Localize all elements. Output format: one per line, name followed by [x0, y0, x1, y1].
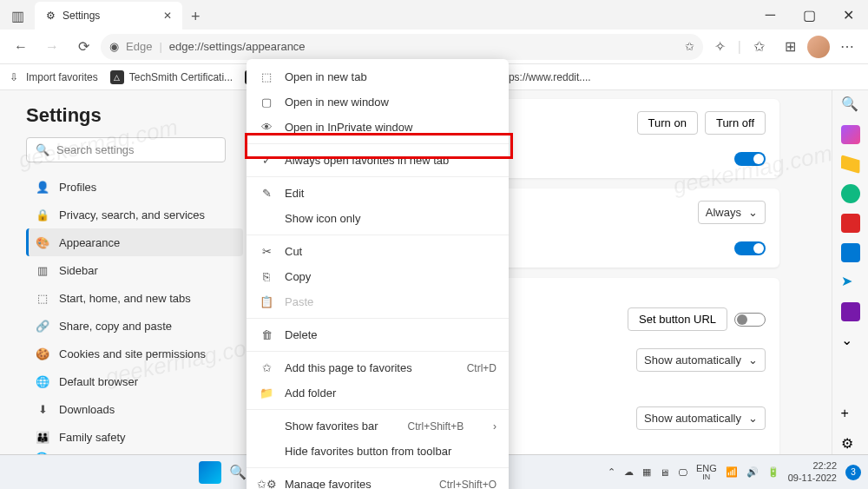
outlook-icon[interactable]	[841, 243, 860, 262]
site-icon: △	[110, 70, 124, 84]
toggle-switch[interactable]	[734, 152, 766, 166]
battery-icon[interactable]: 🔋	[767, 466, 779, 478]
menu-item-manage-favorites[interactable]: ✩⚙Manage favoritesCtrl+Shift+O	[247, 472, 509, 489]
search-rail-icon[interactable]: 🔍	[841, 96, 860, 115]
profile-avatar[interactable]	[807, 36, 830, 58]
nav-icon: ⬇	[35, 401, 50, 417]
onenote-icon[interactable]	[841, 302, 860, 321]
turn-off-button[interactable]: Turn off	[705, 111, 766, 135]
nav-label: Sidebar	[59, 264, 98, 277]
favorites-icon[interactable]: ✩	[745, 33, 773, 61]
nav-label: Appearance	[59, 236, 120, 249]
rail-icon[interactable]	[841, 155, 860, 174]
nav-label: Cookies and site permissions	[59, 347, 206, 360]
extensions-icon[interactable]: ✧	[707, 33, 734, 61]
sidebar-item-downloads[interactable]: ⬇Downloads	[26, 395, 243, 423]
menu-item-cut[interactable]: ✂Cut	[247, 239, 509, 264]
browser-tab[interactable]: ⚙ Settings ✕	[35, 2, 182, 30]
sidebar-item-appearance[interactable]: 🎨Appearance	[26, 228, 243, 256]
always-dropdown[interactable]: Always⌄	[698, 201, 766, 224]
tray-icon[interactable]: 🖥	[660, 467, 669, 478]
minimize-button[interactable]: ─	[751, 0, 790, 30]
settings-rail-icon[interactable]: ⚙	[841, 435, 860, 454]
toggle-switch[interactable]	[734, 241, 766, 255]
sidebar-item-start-home-and-new-tabs[interactable]: ⬚Start, home, and new tabs	[26, 284, 243, 312]
onedrive-icon[interactable]: ☁	[624, 466, 634, 478]
menu-label: Show favorites bar	[285, 420, 378, 433]
tray-chevron-icon[interactable]: ⌃	[608, 466, 615, 478]
sidebar-item-cookies-and-site-permissions[interactable]: 🍪Cookies and site permissions	[26, 340, 243, 367]
telegram-icon[interactable]: ➤	[841, 273, 860, 292]
menu-icon: ✓	[259, 154, 274, 167]
refresh-button[interactable]: ⟳	[69, 33, 97, 61]
notification-badge[interactable]: 3	[845, 465, 861, 480]
turn-on-button[interactable]: Turn on	[637, 111, 698, 135]
show-auto-dropdown[interactable]: Show automatically⌄	[636, 348, 766, 372]
sidebar-item-privacy-search-and-services[interactable]: 🔒Privacy, search, and services	[26, 201, 243, 228]
menu-label: Open in InPrivate window	[285, 121, 412, 134]
url-text: edge://settings/appearance	[169, 40, 306, 53]
sidebar-item-family-safety[interactable]: 👪Family safety	[26, 423, 243, 451]
menu-item-edit[interactable]: ✎Edit	[247, 181, 509, 206]
start-button[interactable]	[199, 461, 221, 484]
addr-prefix: Edge	[126, 40, 152, 53]
search-settings-input[interactable]: 🔍 Search settings	[26, 137, 226, 162]
menu-item-hide-favorites-button-from-toolbar[interactable]: Hide favorites button from toolbar	[247, 439, 509, 464]
office-icon[interactable]	[841, 214, 860, 233]
bookmark-import[interactable]: ⇩Import favorites	[7, 70, 98, 84]
menu-item-delete[interactable]: 🗑Delete	[247, 322, 509, 347]
import-icon: ⇩	[7, 70, 21, 84]
close-icon[interactable]: ✕	[161, 8, 174, 23]
rail-icon[interactable]	[841, 184, 860, 203]
page-title: Settings	[26, 104, 243, 127]
nav-label: Family safety	[59, 431, 126, 444]
menu-item-open-in-new-window[interactable]: ▢Open in new window	[247, 89, 509, 115]
wifi-icon[interactable]: 📶	[726, 466, 738, 478]
menu-label: Edit	[285, 187, 304, 200]
clock-time[interactable]: 22:22	[788, 460, 837, 472]
add-rail-icon[interactable]: +	[841, 406, 860, 425]
search-placeholder: Search settings	[56, 143, 135, 156]
menu-item-add-this-page-to-favorites[interactable]: ✩Add this page to favoritesCtrl+D	[247, 355, 509, 380]
menu-item-show-favorites-bar[interactable]: Show favorites barCtrl+Shift+B›	[247, 413, 509, 439]
menu-icon: 🗑	[259, 328, 274, 341]
maximize-button[interactable]: ▢	[790, 0, 829, 30]
tab-stack-icon[interactable]: ▥	[10, 9, 24, 23]
menu-item-always-open-favorites-in-new-tab[interactable]: ✓Always open favorites in new tab	[247, 148, 509, 173]
back-button[interactable]: ←	[7, 33, 35, 61]
volume-icon[interactable]: 🔊	[746, 466, 759, 478]
sidebar-item-sidebar[interactable]: ▥Sidebar	[26, 256, 243, 284]
menu-item-show-icon-only[interactable]: Show icon only	[247, 206, 509, 231]
menu-label: Copy	[285, 270, 311, 283]
bookmark-item[interactable]: △TechSmith Certificati...	[110, 70, 233, 84]
rail-icon[interactable]	[841, 125, 860, 144]
tray-icon[interactable]: ▦	[642, 466, 651, 478]
menu-item-open-in-inprivate-window[interactable]: 👁Open in InPrivate window	[247, 115, 509, 140]
menu-label: Open in new window	[285, 96, 389, 109]
collections-icon[interactable]: ⊞	[776, 33, 804, 61]
menu-label: Cut	[285, 245, 302, 258]
toggle-switch[interactable]	[734, 313, 766, 327]
menu-item-copy[interactable]: ⎘Copy	[247, 264, 509, 289]
close-window-button[interactable]: ✕	[829, 0, 868, 30]
sidebar-item-share-copy-and-paste[interactable]: 🔗Share, copy and paste	[26, 312, 243, 340]
favorite-star-icon[interactable]: ✩	[685, 40, 694, 53]
more-rail-icon[interactable]: ⌄	[841, 332, 860, 351]
address-bar[interactable]: ◉ Edge | edge://settings/appearance ✩	[101, 34, 703, 60]
nav-label: Privacy, search, and services	[59, 208, 205, 221]
shortcut: Ctrl+D	[467, 362, 496, 374]
menu-item-open-in-new-tab[interactable]: ⬚Open in new tab	[247, 64, 509, 89]
menu-item-add-folder[interactable]: 📁Add folder	[247, 380, 509, 406]
sidebar-item-default-browser[interactable]: 🌐Default browser	[26, 367, 243, 395]
sidebar-item-profiles[interactable]: 👤Profiles	[26, 173, 243, 201]
show-auto-dropdown[interactable]: Show automatically⌄	[636, 406, 766, 430]
set-button-url[interactable]: Set button URL	[628, 307, 727, 331]
menu-label: Add this page to favorites	[285, 361, 412, 374]
menu-icon: 👁	[259, 121, 274, 134]
more-menu-button[interactable]: ⋯	[833, 33, 861, 61]
new-tab-button[interactable]: +	[182, 3, 209, 30]
search-icon: 🔍	[36, 143, 49, 156]
lang-indicator[interactable]: ENG	[696, 463, 717, 473]
nav-label: Start, home, and new tabs	[59, 292, 191, 305]
tray-icon[interactable]: 🖵	[678, 467, 687, 478]
